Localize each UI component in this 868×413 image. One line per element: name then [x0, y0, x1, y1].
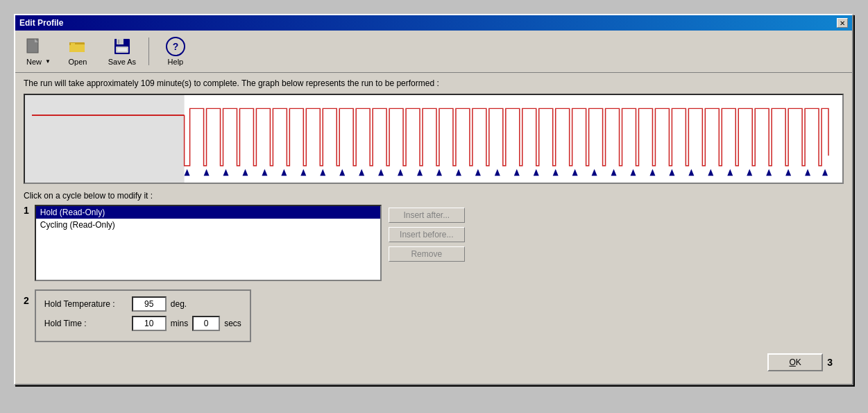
info-text: The run will take approximately 109 minu… — [24, 78, 844, 88]
hold-temp-label: Hold Temperature : — [44, 299, 128, 309]
svg-marker-17 — [262, 169, 267, 176]
svg-marker-19 — [300, 169, 306, 176]
svg-rect-9 — [118, 40, 119, 44]
svg-marker-25 — [417, 169, 423, 176]
hold-time-secs-unit: secs — [224, 319, 241, 328]
cycle-section-label: Click on a cycle below to modify it : — [24, 191, 844, 201]
open-label: Open — [68, 58, 87, 66]
profile-graph — [25, 95, 842, 183]
hold-time-row: Hold Time : mins secs — [44, 316, 241, 331]
svg-marker-32 — [553, 169, 559, 176]
toolbar: New ▼ Open — [15, 31, 852, 73]
hold-time-mins-unit: mins — [171, 319, 188, 328]
svg-marker-40 — [708, 169, 713, 176]
hold-temp-unit: deg. — [171, 299, 187, 309]
svg-marker-22 — [359, 169, 364, 176]
window-title: Edit Profile — [19, 18, 63, 28]
help-icon: ? — [166, 37, 185, 56]
svg-marker-36 — [631, 169, 636, 176]
svg-rect-4 — [69, 44, 85, 52]
hold-temp-input[interactable] — [132, 296, 167, 312]
svg-rect-11 — [117, 48, 127, 51]
svg-marker-23 — [378, 169, 384, 176]
cycle-area: 1 Hold (Read-Only) Cycling (Read-Only) I… — [24, 205, 844, 281]
cycle-item-hold[interactable]: Hold (Read-Only) — [36, 206, 380, 219]
svg-marker-20 — [320, 169, 325, 176]
hold-time-mins-input[interactable] — [132, 316, 167, 331]
new-icon — [24, 37, 44, 56]
svg-marker-43 — [766, 169, 772, 176]
params-number-label: 2 — [24, 295, 29, 306]
new-dropdown-arrow[interactable]: ▼ — [45, 58, 51, 65]
new-button[interactable]: New ▼ — [21, 33, 54, 69]
svg-marker-46 — [822, 169, 828, 176]
params-box: Hold Temperature : deg. Hold Time : mins… — [35, 289, 251, 342]
svg-marker-27 — [456, 169, 461, 176]
svg-marker-39 — [688, 169, 694, 176]
toolbar-separator — [148, 37, 149, 65]
svg-rect-8 — [117, 39, 124, 44]
close-button[interactable]: ✕ — [837, 18, 848, 28]
svg-marker-44 — [785, 169, 791, 176]
svg-marker-42 — [747, 169, 752, 176]
svg-marker-24 — [398, 169, 403, 176]
saveas-button[interactable]: Save As — [101, 33, 143, 69]
svg-marker-37 — [649, 169, 655, 176]
insert-after-button[interactable]: Insert after... — [389, 208, 465, 223]
content-area: The run will take approximately 109 minu… — [15, 73, 852, 384]
remove-button[interactable]: Remove — [389, 246, 465, 262]
svg-marker-29 — [495, 169, 500, 176]
svg-marker-34 — [592, 169, 597, 176]
bottom-bar: OK 3 — [24, 349, 844, 378]
help-label: Help — [168, 58, 184, 66]
svg-marker-18 — [281, 169, 287, 176]
svg-marker-13 — [185, 169, 190, 176]
svg-marker-28 — [475, 169, 481, 176]
open-button[interactable]: Open — [57, 33, 99, 69]
hold-temp-row: Hold Temperature : deg. — [44, 296, 241, 312]
open-icon — [68, 37, 87, 56]
svg-marker-14 — [204, 169, 210, 176]
title-bar: Edit Profile ✕ — [15, 15, 852, 31]
svg-marker-26 — [436, 169, 442, 176]
cycle-item-cycling[interactable]: Cycling (Read-Only) — [36, 219, 380, 231]
insert-before-button[interactable]: Insert before... — [389, 227, 465, 242]
ok-label: OK — [790, 357, 801, 367]
svg-marker-41 — [727, 169, 733, 176]
cycle-buttons: Insert after... Insert before... Remove — [389, 205, 465, 281]
saveas-label: Save As — [108, 58, 136, 66]
cycle-number-label: 1 — [24, 205, 29, 216]
svg-rect-12 — [25, 95, 185, 183]
svg-marker-15 — [223, 169, 229, 176]
svg-marker-45 — [805, 169, 810, 176]
svg-marker-30 — [514, 169, 520, 176]
ok-button[interactable]: OK — [767, 353, 823, 371]
svg-marker-38 — [669, 169, 674, 176]
hold-time-label: Hold Time : — [44, 319, 128, 328]
svg-marker-31 — [534, 169, 539, 176]
saveas-icon — [112, 37, 132, 56]
svg-marker-33 — [572, 169, 578, 176]
help-button[interactable]: ? Help — [155, 33, 196, 69]
hold-time-secs-input[interactable] — [192, 316, 220, 331]
footer-number-label: 3 — [827, 357, 833, 368]
cycle-list[interactable]: Hold (Read-Only) Cycling (Read-Only) — [35, 205, 382, 281]
svg-marker-35 — [611, 169, 617, 176]
graph-container — [24, 94, 844, 184]
new-label: New — [26, 58, 42, 66]
main-window: Edit Profile ✕ New ▼ — [14, 14, 853, 385]
svg-marker-16 — [242, 169, 248, 176]
svg-rect-6 — [71, 43, 75, 45]
svg-marker-21 — [339, 169, 345, 176]
